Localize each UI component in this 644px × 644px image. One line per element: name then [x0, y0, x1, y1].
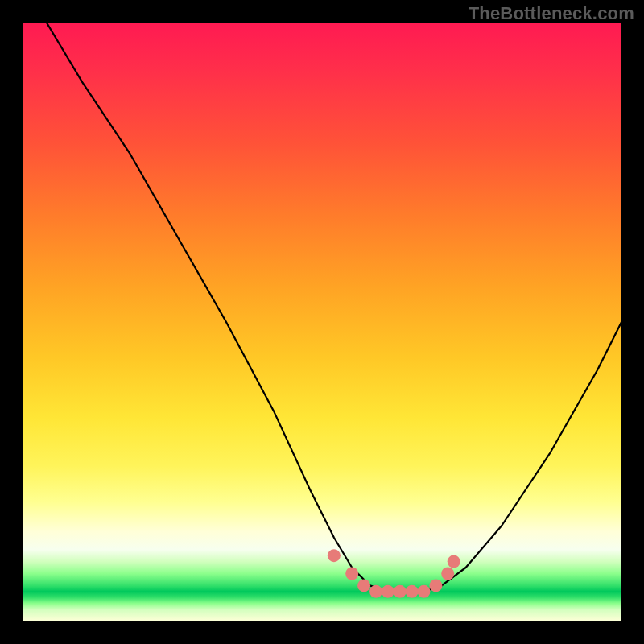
marker-dot: [448, 555, 460, 568]
marker-dot: [406, 585, 419, 598]
watermark-text: TheBottleneck.com: [469, 3, 634, 24]
marker-dot: [357, 579, 370, 592]
bottleneck-curve: [47, 23, 621, 592]
marker-dot: [418, 585, 431, 598]
plot-area: [23, 23, 621, 621]
pink-dot-band: [328, 549, 460, 598]
marker-dot: [382, 585, 394, 598]
marker-dot: [429, 579, 442, 592]
marker-dot: [345, 568, 358, 580]
marker-dot: [369, 585, 382, 598]
marker-dot: [441, 568, 454, 580]
chart-frame: TheBottleneck.com: [0, 0, 644, 644]
marker-dot: [394, 585, 407, 598]
curve-layer: [23, 23, 621, 621]
marker-dot: [328, 549, 341, 562]
